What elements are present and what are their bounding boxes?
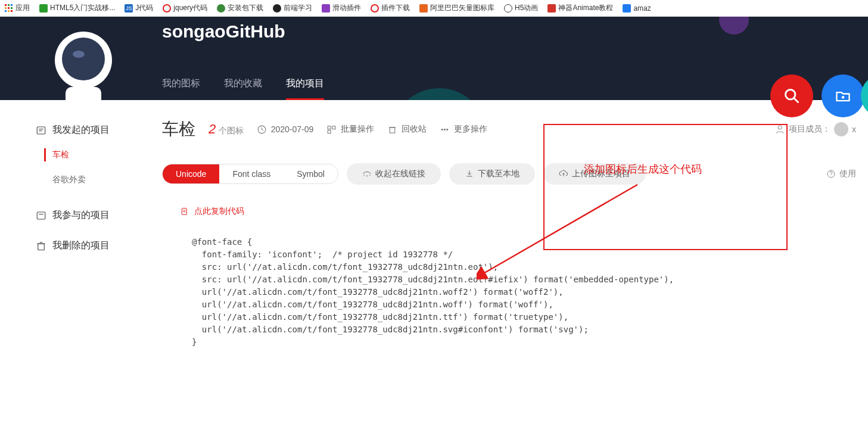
project-date: 2020-07-09 [257, 124, 314, 135]
svg-rect-12 [66, 87, 101, 100]
bookmark-apps[interactable]: 应用 [5, 3, 30, 13]
bookmark-apps-label: 应用 [15, 3, 30, 13]
favicon [623, 4, 631, 13]
svg-point-10 [62, 38, 105, 80]
project-members[interactable]: 项目成员： x [774, 122, 856, 136]
svg-point-33 [442, 129, 443, 130]
svg-rect-4 [8, 7, 10, 9]
collapse-link-button[interactable]: 收起在线链接 [347, 163, 441, 185]
bookmark-item[interactable]: 阿里巴巴矢量图标库 [419, 3, 494, 13]
svg-rect-5 [11, 7, 13, 9]
fab-search[interactable] [770, 74, 813, 117]
sidebar-section-created[interactable]: 我发起的项目 [36, 118, 162, 142]
svg-line-16 [794, 98, 798, 102]
folder-plus-icon [835, 88, 851, 104]
bookmark-item[interactable]: 神器Animate教程 [547, 3, 613, 13]
bookmark-item[interactable]: H5动画 [504, 3, 538, 13]
apps-icon [5, 4, 13, 13]
svg-rect-19 [37, 127, 45, 134]
project-name: 车检 [162, 118, 195, 141]
upload-cloud-icon [559, 169, 568, 179]
svg-rect-0 [5, 4, 7, 6]
svg-rect-3 [5, 7, 7, 9]
icon-count-label: 个图标 [219, 126, 244, 135]
help-link[interactable]: 使用 [826, 169, 856, 179]
project-icon [36, 125, 46, 136]
bookmark-item[interactable]: JSJ代码 [125, 3, 153, 13]
seg-symbol[interactable]: Symbol [284, 164, 338, 183]
svg-rect-22 [37, 212, 45, 219]
sidebar-section-participated[interactable]: 我参与的项目 [36, 203, 162, 228]
favicon [273, 4, 281, 13]
bookmark-item[interactable]: 滑动插件 [322, 3, 361, 13]
help-icon [826, 169, 836, 179]
member-avatar [834, 122, 848, 136]
svg-rect-7 [8, 10, 10, 12]
svg-rect-28 [328, 126, 331, 129]
seg-unicode[interactable]: Unicode [163, 164, 219, 183]
svg-rect-6 [5, 10, 7, 12]
bookmark-item[interactable]: 前端学习 [273, 3, 312, 13]
svg-rect-29 [332, 126, 335, 129]
code-block[interactable]: @font-face { font-family: 'iconfont'; /*… [162, 217, 856, 348]
download-button[interactable]: 下载至本地 [449, 163, 535, 185]
sidebar-item-chejian[interactable]: 车检 [36, 142, 162, 167]
decoration-circle [719, 17, 749, 35]
sidebar-item-googlefood[interactable]: 谷歌外卖 [36, 167, 162, 192]
hero-tabs: 我的图标 我的收藏 我的项目 [162, 69, 324, 100]
copy-code-link[interactable]: 点此复制代码 [180, 206, 856, 217]
bookmark-item[interactable]: HTML5入门实战移... [39, 3, 115, 13]
bookmark-item[interactable]: 安装包下载 [217, 3, 263, 13]
batch-icon [326, 124, 337, 135]
favicon [504, 4, 512, 13]
svg-rect-1 [8, 4, 10, 6]
svg-point-11 [73, 51, 85, 58]
avatar [36, 21, 131, 100]
upload-button[interactable]: 上传图标至项目 [543, 163, 646, 185]
tab-my-icons[interactable]: 我的图标 [162, 69, 200, 100]
fab-create[interactable] [822, 74, 864, 117]
seg-fontclass[interactable]: Font class [219, 164, 284, 183]
sidebar: 我发起的项目 车检 谷歌外卖 我参与的项目 我删除的项目 [36, 118, 162, 348]
svg-rect-8 [11, 10, 13, 12]
favicon [322, 4, 330, 13]
svg-rect-31 [390, 127, 396, 132]
svg-point-35 [447, 129, 448, 130]
format-segment: Unicode Font class Symbol [162, 164, 338, 184]
recycle-bin[interactable]: 回收站 [387, 124, 427, 135]
favicon [39, 4, 48, 13]
copy-icon [180, 207, 189, 216]
bookmarks-bar: 应用 HTML5入门实战移... JSJ代码 jquery代码 安装包下载 前端… [0, 0, 868, 17]
user-icon [774, 124, 785, 135]
download-icon [465, 169, 474, 179]
tab-my-favorites[interactable]: 我的收藏 [224, 69, 262, 100]
svg-rect-24 [38, 244, 45, 250]
favicon [163, 4, 171, 13]
favicon [371, 4, 379, 13]
search-icon [783, 88, 800, 104]
svg-point-34 [444, 129, 446, 130]
bookmark-item[interactable]: 插件下载 [371, 3, 410, 13]
page-title: songaoGitHub [162, 21, 285, 42]
trash-icon [36, 241, 46, 251]
bookmark-item[interactable]: jquery代码 [163, 3, 207, 13]
icon-count: 2 [209, 122, 216, 136]
sidebar-section-deleted[interactable]: 我删除的项目 [36, 233, 162, 258]
project-header: 车检 2 个图标 2020-07-09 批量操作 回收站 更多操作 项目成员： [162, 118, 856, 141]
decoration-circle [391, 88, 487, 100]
favicon [419, 4, 428, 13]
svg-rect-2 [11, 4, 13, 6]
favicon: JS [125, 4, 133, 13]
more-action[interactable]: 更多操作 [440, 124, 487, 135]
svg-rect-30 [328, 130, 331, 133]
tab-my-projects[interactable]: 我的项目 [286, 69, 324, 100]
favicon [217, 4, 225, 13]
trash-icon [387, 124, 397, 135]
favicon [547, 4, 556, 13]
batch-action[interactable]: 批量操作 [326, 124, 374, 135]
clock-icon [257, 124, 267, 135]
bookmark-item[interactable]: amaz [623, 4, 651, 13]
toolbar: Unicode Font class Symbol 收起在线链接 下载至本地 上… [162, 163, 856, 185]
svg-point-36 [778, 126, 782, 129]
hero: songaoGitHub 我的图标 我的收藏 我的项目 [0, 17, 868, 100]
